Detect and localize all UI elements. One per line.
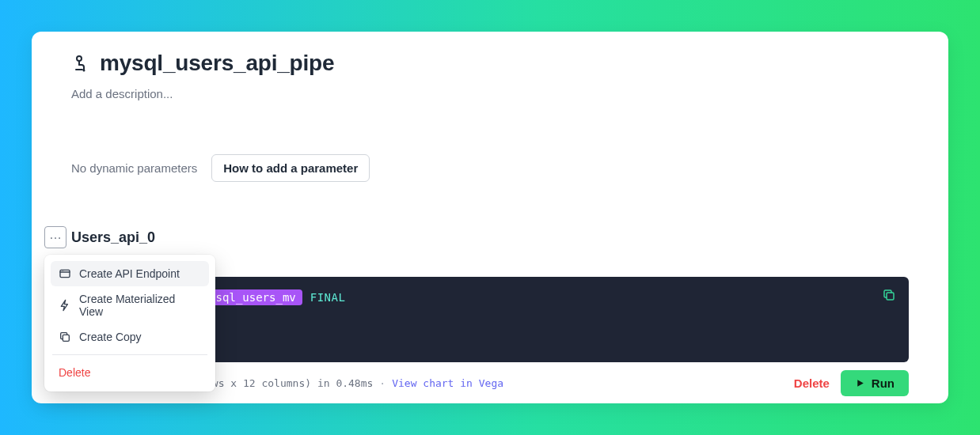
browser-icon (59, 267, 71, 280)
header-row: mysql_users_api_pipe (71, 51, 909, 76)
pipe-editor-panel: mysql_users_api_pipe Add a description..… (32, 32, 948, 403)
node-header: … Users_api_0 (44, 226, 909, 248)
menu-create-materialized-view[interactable]: Create Materialized View (51, 286, 209, 324)
svg-rect-5 (63, 335, 69, 341)
menu-item-label: Create Materialized View (79, 293, 201, 318)
description-input[interactable]: Add a description... (71, 87, 909, 100)
play-icon (855, 378, 865, 388)
node-area: … Users_api_0 here... Create API Endpoin… (44, 226, 909, 396)
footer-actions: Delete Run (794, 370, 909, 396)
run-label: Run (872, 376, 895, 390)
node-name[interactable]: Users_api_0 (71, 229, 155, 246)
how-to-add-param-button[interactable]: How to add a parameter (211, 154, 370, 182)
params-row: No dynamic parameters How to add a param… (71, 154, 909, 182)
menu-create-copy[interactable]: Create Copy (51, 324, 209, 350)
copy-sql-button[interactable] (882, 288, 896, 304)
view-chart-vega-link[interactable]: View chart in Vega (392, 377, 503, 389)
copy-icon (59, 331, 71, 343)
no-params-text: No dynamic parameters (71, 161, 197, 175)
delete-node-button[interactable]: Delete (794, 376, 830, 390)
menu-item-label: Create Copy (79, 331, 142, 343)
run-button[interactable]: Run (841, 370, 909, 396)
separator: · (379, 377, 386, 389)
sql-table-name: mysql_users_mv (203, 291, 296, 304)
menu-separator (52, 354, 207, 355)
svg-point-4 (63, 270, 64, 271)
svg-point-3 (62, 270, 63, 271)
sql-keyword-final: FINAL (310, 291, 346, 304)
pipe-title[interactable]: mysql_users_api_pipe (100, 51, 334, 76)
menu-delete[interactable]: Delete (51, 360, 209, 385)
lightning-icon (59, 299, 71, 312)
svg-rect-7 (887, 293, 894, 300)
pipe-icon (71, 54, 90, 73)
node-context-menu: Create API Endpoint Create Materialized … (44, 255, 215, 392)
menu-create-api-endpoint[interactable]: Create API Endpoint (51, 261, 209, 286)
svg-rect-2 (60, 270, 70, 277)
node-menu-button[interactable]: … (44, 226, 66, 248)
menu-item-label: Create API Endpoint (79, 267, 180, 280)
